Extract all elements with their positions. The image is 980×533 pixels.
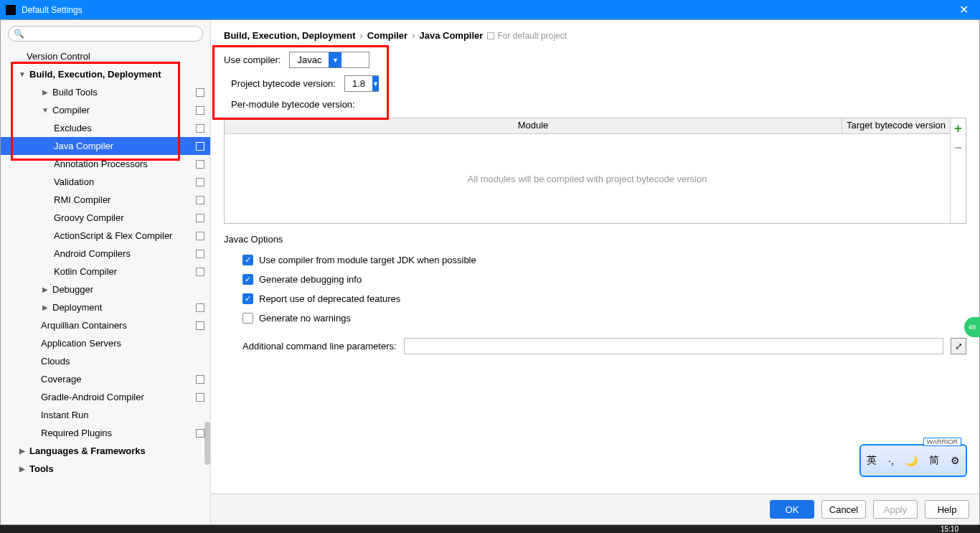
tree-gradle-android-compiler[interactable]: Gradle-Android Compiler <box>1 388 210 406</box>
tree-languages-frameworks[interactable]: ▶Languages & Frameworks <box>1 442 210 460</box>
apply-button[interactable]: Apply <box>873 500 918 519</box>
tree-instant-run[interactable]: Instant Run <box>1 406 210 424</box>
tree-debugger[interactable]: ▶Debugger <box>1 280 210 298</box>
chk-generate-debug-info-label: Generate debugging info <box>259 274 362 285</box>
chk-report-deprecated-label: Report use of deprecated features <box>259 293 400 304</box>
tree-actionscript-flex-compiler[interactable]: ActionScript & Flex Compiler <box>1 227 210 245</box>
tree-android-compilers[interactable]: Android Compilers <box>1 245 210 263</box>
chevron-down-icon: ▼ <box>18 70 27 78</box>
gear-icon[interactable]: ⚙ <box>951 455 960 466</box>
tree-annotation-processors[interactable]: Annotation Processors <box>1 155 210 173</box>
help-button[interactable]: Help <box>925 500 969 519</box>
copy-icon <box>196 178 204 187</box>
chevron-right-icon: ▶ <box>18 465 27 473</box>
copy-icon <box>196 196 204 204</box>
chevron-down-icon: ▼ <box>41 106 50 114</box>
chevron-right-icon: ▶ <box>41 303 50 311</box>
chevron-right-icon: ▶ <box>18 447 27 455</box>
ime-toolbar[interactable]: WARRIOR 英 ·, 🌙 简 ⚙ <box>859 444 967 477</box>
copy-icon <box>196 393 204 402</box>
module-table: Module Target bytecode version All modul… <box>224 118 966 224</box>
breadcrumb-hint: For default project <box>497 31 567 41</box>
tree-application-servers[interactable]: Application Servers <box>1 334 210 352</box>
clock: 15:10 <box>941 525 958 533</box>
use-compiler-value: Javac <box>290 52 329 67</box>
expand-params-button[interactable]: ⤢ <box>951 338 966 354</box>
tree-required-plugins[interactable]: Required Plugins <box>1 424 210 442</box>
project-bytecode-label: Project bytecode version: <box>231 78 336 89</box>
tree-build-tools[interactable]: ▶Build Tools <box>1 83 210 101</box>
scrollbar-thumb[interactable] <box>204 422 210 465</box>
close-icon[interactable]: ✕ <box>953 3 974 16</box>
table-empty-text: All modules will be compiled with projec… <box>225 134 950 223</box>
copy-icon <box>196 160 204 169</box>
col-module[interactable]: Module <box>225 118 842 133</box>
chevron-right-icon: ▶ <box>41 286 50 293</box>
window-title: Default Settings <box>22 5 83 15</box>
tree-clouds[interactable]: Clouds <box>1 352 210 370</box>
copy-icon <box>196 321 204 330</box>
chk-generate-debug-info[interactable]: ✓ <box>242 274 253 285</box>
copy-icon <box>196 124 204 133</box>
tree-deployment[interactable]: ▶Deployment <box>1 298 210 316</box>
chk-use-compiler-target-jdk[interactable]: ✓ <box>242 255 253 265</box>
chk-generate-no-warnings[interactable] <box>242 313 253 324</box>
copy-icon <box>196 106 204 115</box>
settings-tree: Version Control ▼Build, Execution, Deplo… <box>1 47 210 524</box>
col-target-bytecode[interactable]: Target bytecode version <box>842 118 950 133</box>
copy-icon <box>196 88 204 97</box>
breadcrumb-p2[interactable]: Compiler <box>367 30 407 41</box>
javac-options-title: Javac Options <box>224 234 966 245</box>
search-icon: 🔍 <box>14 29 24 39</box>
copy-icon <box>196 375 204 384</box>
chevron-down-icon: ▼ <box>372 76 379 91</box>
project-bytecode-value: 1.8 <box>345 76 372 91</box>
breadcrumb: Build, Execution, Deployment › Compiler … <box>224 27 966 48</box>
cancel-button[interactable]: Cancel <box>821 500 866 519</box>
copy-icon <box>196 429 204 438</box>
copy-icon <box>196 303 204 312</box>
ime-tag: WARRIOR <box>923 438 961 446</box>
breadcrumb-p1[interactable]: Build, Execution, Deployment <box>224 30 355 41</box>
tree-coverage[interactable]: Coverage <box>1 370 210 388</box>
project-bytecode-select[interactable]: 1.8 ▼ <box>344 75 379 92</box>
tree-tools[interactable]: ▶Tools <box>1 460 210 478</box>
per-module-bytecode-label: Per-module bytecode version: <box>231 99 355 110</box>
tree-build-execution-deployment[interactable]: ▼Build, Execution, Deployment <box>1 65 210 83</box>
use-compiler-label: Use compiler: <box>224 55 281 65</box>
ok-button[interactable]: OK <box>770 500 814 519</box>
copy-icon <box>196 142 204 151</box>
copy-icon <box>196 232 204 240</box>
moon-icon[interactable]: 🌙 <box>905 455 918 466</box>
remove-module-button[interactable]: − <box>954 141 962 156</box>
sidebar: 🔍 Version Control ▼Build, Execution, Dep… <box>1 20 211 524</box>
breadcrumb-p3: Java Compiler <box>420 30 484 41</box>
tree-java-compiler[interactable]: Java Compiler <box>1 137 210 155</box>
ime-lang-en[interactable]: 英 <box>867 454 877 467</box>
add-module-button[interactable]: + <box>954 121 962 136</box>
tree-arquillian-containers[interactable]: Arquillian Containers <box>1 316 210 334</box>
chk-use-compiler-target-jdk-label: Use compiler from module target JDK when… <box>259 255 476 265</box>
chk-generate-no-warnings-label: Generate no warnings <box>259 313 351 324</box>
use-compiler-select[interactable]: Javac ▼ <box>289 52 369 68</box>
app-icon <box>6 5 16 15</box>
titlebar: Default Settings ✕ <box>0 0 980 19</box>
notification-badge[interactable]: 48 <box>964 317 980 337</box>
tree-rmi-compiler[interactable]: RMI Compiler <box>1 191 210 209</box>
tree-validation[interactable]: Validation <box>1 173 210 191</box>
tree-compiler[interactable]: ▼Compiler <box>1 101 210 119</box>
copy-icon <box>487 32 494 39</box>
additional-params-input[interactable] <box>404 338 943 354</box>
chk-report-deprecated[interactable]: ✓ <box>242 293 253 304</box>
chevron-down-icon: ▼ <box>329 52 341 67</box>
ime-sep: ·, <box>888 455 894 466</box>
dialog-footer: OK Cancel Apply Help <box>211 494 979 524</box>
search-input[interactable] <box>8 26 203 42</box>
tree-groovy-compiler[interactable]: Groovy Compiler <box>1 209 210 227</box>
ime-lang-cn[interactable]: 简 <box>929 454 939 467</box>
tree-kotlin-compiler[interactable]: Kotlin Compiler <box>1 263 210 280</box>
tree-version-control[interactable]: Version Control <box>1 47 210 65</box>
taskbar[interactable]: 15:10 <box>0 525 980 533</box>
copy-icon <box>196 250 204 258</box>
tree-excludes[interactable]: Excludes <box>1 119 210 137</box>
